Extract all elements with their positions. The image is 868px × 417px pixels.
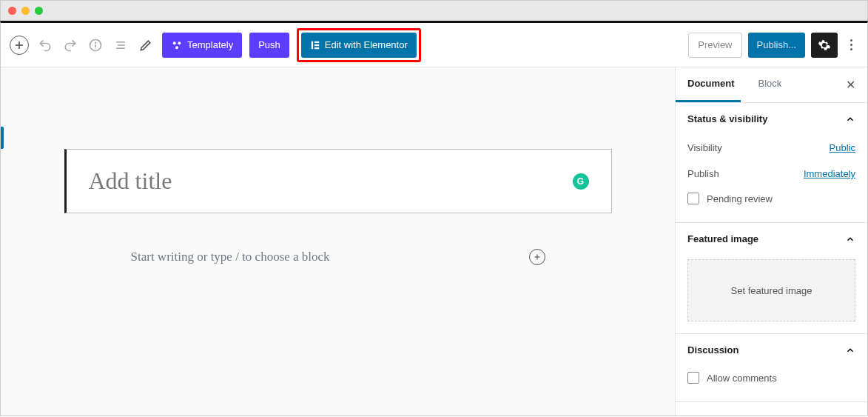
visibility-row: Visibility Public [687,135,855,161]
outline-icon[interactable] [112,36,129,54]
panel-discussion-body: Allow comments [676,366,867,401]
editor-canvas: Add title G Start writing or type / to c… [50,149,627,265]
title-placeholder: Add title [89,167,573,195]
templately-icon [171,39,183,51]
allow-comments-label: Allow comments [707,373,777,384]
toolbar-right: Preview Publish... [688,33,858,58]
content-hint-text[interactable]: Start writing or type / to choose a bloc… [131,250,330,264]
close-sidebar-icon[interactable]: ✕ [834,67,867,102]
tab-document[interactable]: Document [676,67,747,102]
editor-gutter [1,127,4,149]
push-label: Push [258,39,280,50]
svg-rect-12 [314,41,319,42]
tab-block[interactable]: Block [747,67,794,102]
preview-label: Preview [698,39,732,50]
maximize-window-icon[interactable] [35,7,43,15]
panel-discussion: Discussion Allow comments [676,334,867,402]
svg-point-9 [178,41,181,44]
publish-label: Publish... [757,39,796,50]
sidebar: Document Block ✕ Status & visibility Vis… [675,67,867,416]
editor-main: Add title G Start writing or type / to c… [1,67,675,416]
panel-featured: Featured image Set featured image [676,223,867,334]
allow-comments-row: Allow comments [687,366,855,390]
redo-icon[interactable] [61,36,79,54]
content-area: Add title G Start writing or type / to c… [1,67,867,416]
content-hint-row: Start writing or type / to choose a bloc… [124,249,553,265]
elementor-icon [310,40,320,50]
publish-label: Publish [687,168,719,179]
visibility-label: Visibility [687,142,722,153]
panel-featured-header[interactable]: Featured image [676,223,867,255]
svg-rect-11 [312,41,313,49]
gear-icon [818,39,831,52]
more-options-icon[interactable] [844,39,858,50]
allow-comments-checkbox[interactable] [687,372,699,384]
panel-status-body: Visibility Public Publish Immediately Pe… [676,135,867,222]
chevron-up-icon [845,345,855,356]
pending-review-label: Pending review [707,193,773,204]
chevron-up-icon [845,114,855,124]
featured-dropzone-label: Set featured image [731,285,813,296]
panel-discussion-header[interactable]: Discussion [676,334,867,366]
elementor-label: Edit with Elementor [325,39,408,50]
tab-underline [676,100,741,102]
push-button[interactable]: Push [249,33,289,58]
chevron-up-icon [845,234,855,244]
settings-button[interactable] [811,33,838,58]
edit-with-elementor-button[interactable]: Edit with Elementor [301,33,417,58]
toolbar: Templately Push Edit with Elementor Prev… [1,23,867,67]
panel-discussion-title: Discussion [687,344,739,356]
traffic-lights [8,7,43,15]
sidebar-tabs: Document Block ✕ [676,67,867,103]
featured-image-dropzone[interactable]: Set featured image [687,259,855,321]
templately-label: Templately [187,39,233,50]
pending-review-checkbox[interactable] [687,193,699,204]
grammarly-icon[interactable]: G [573,173,589,190]
window-chrome [0,0,868,21]
svg-point-10 [175,46,178,49]
svg-rect-14 [314,47,319,48]
add-block-inline-icon[interactable] [529,249,545,265]
svg-point-4 [95,42,96,43]
visibility-value[interactable]: Public [830,142,855,153]
edit-icon[interactable] [137,36,155,54]
title-block[interactable]: Add title G [64,149,612,213]
publish-button[interactable]: Publish... [748,33,805,58]
info-icon[interactable] [87,36,104,54]
panel-status-title: Status & visibility [687,113,767,124]
pending-review-row: Pending review [687,187,855,210]
preview-button[interactable]: Preview [688,33,741,58]
minimize-window-icon[interactable] [21,7,30,15]
panel-status-header[interactable]: Status & visibility [676,103,867,135]
add-block-icon[interactable] [10,36,29,55]
templately-button[interactable]: Templately [162,33,242,58]
toolbar-left: Templately Push Edit with Elementor [10,28,421,62]
svg-point-8 [173,41,176,44]
app-frame: Templately Push Edit with Elementor Prev… [0,21,868,416]
panel-featured-title: Featured image [687,233,758,244]
undo-icon[interactable] [36,36,54,54]
panel-status: Status & visibility Visibility Public Pu… [676,103,867,223]
svg-rect-13 [314,44,319,45]
close-window-icon[interactable] [8,7,16,15]
publish-value[interactable]: Immediately [804,168,855,179]
publish-row: Publish Immediately [687,161,855,187]
elementor-highlight: Edit with Elementor [297,28,421,62]
